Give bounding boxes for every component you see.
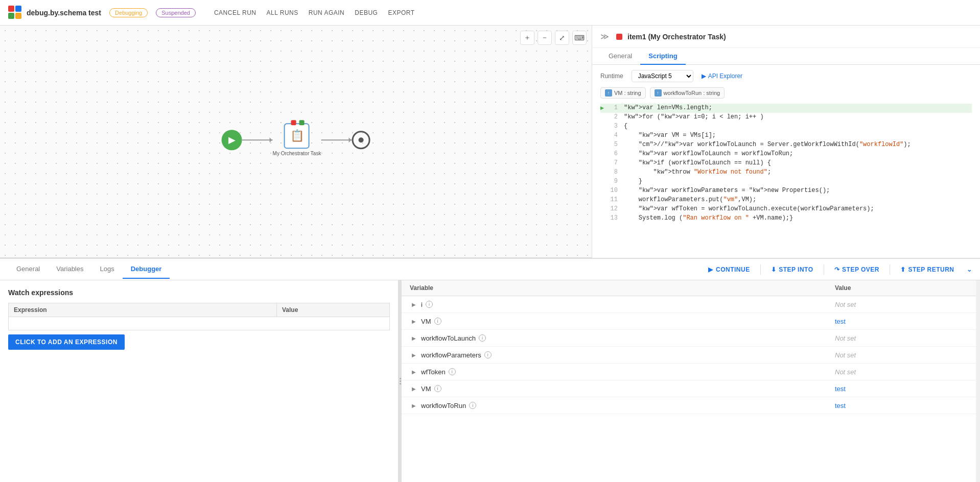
code-line-7: 7 "kw">if (workflowToLaunch == null) {	[600, 159, 972, 168]
var-row[interactable]: ▶wfTokeniNot set	[402, 364, 976, 380]
code-line-2: 2"kw">for ("kw">var i=0; i < len; i++ )	[600, 113, 972, 122]
var-expand-icon[interactable]: ▶	[410, 317, 418, 325]
bottom-tab-variables[interactable]: Variables	[48, 260, 91, 279]
cancel-run-link[interactable]: CANCEL RUN	[214, 9, 256, 16]
line-code-6: "kw">var workflowToLaunch = workflowToRu…	[624, 150, 972, 157]
var-expand-icon[interactable]: ▶	[410, 368, 418, 376]
action-separator-2	[824, 264, 824, 275]
action-separator-3	[890, 264, 890, 275]
scrollbar-track[interactable]	[976, 280, 980, 482]
var-name-label: VMi	[421, 318, 835, 325]
debug-link[interactable]: DEBUG	[355, 9, 378, 16]
param-tag-workflow[interactable]: ↑ workflowToRun : string	[650, 87, 725, 99]
tab-scripting[interactable]: Scripting	[640, 48, 685, 65]
end-icon	[352, 131, 370, 149]
var-info-icon[interactable]: i	[434, 385, 441, 392]
run-again-link[interactable]: RUN AGAIN	[309, 9, 345, 16]
fit-button[interactable]: ⤢	[555, 31, 569, 45]
var-info-icon[interactable]: i	[426, 301, 433, 308]
var-info-icon[interactable]: i	[434, 318, 441, 325]
panel-title: item1 (My Orchestrator Task)	[627, 33, 726, 41]
var-expand-icon[interactable]: ▶	[410, 351, 418, 359]
line-num-5: 5	[609, 141, 624, 148]
svg-rect-0	[8, 6, 14, 12]
code-editor[interactable]: ▶1"kw">var len=VMs.length;2"kw">for ("kw…	[600, 104, 972, 223]
bottom-tabs: General Variables Logs Debugger	[8, 260, 170, 279]
logo-icon	[8, 6, 22, 20]
task-badge-red	[291, 120, 296, 125]
zoom-out-button[interactable]: －	[538, 31, 552, 45]
bottom-content: Watch expressions Expression Value CLICK…	[0, 280, 980, 482]
tab-general[interactable]: General	[600, 48, 640, 65]
export-link[interactable]: EXPORT	[388, 9, 414, 16]
step-return-button[interactable]: ⬆ STEP RETURN	[900, 266, 954, 273]
code-line-3: 3{	[600, 122, 972, 131]
main-container: ＋ － ⤢ ⌨ ▶	[0, 26, 980, 482]
line-num-8: 8	[609, 168, 624, 176]
api-explorer-button[interactable]: ▶ API Explorer	[702, 73, 742, 80]
line-code-8: "kw">throw "Workflow not found";	[624, 168, 972, 176]
canvas-area[interactable]: ＋ － ⤢ ⌨ ▶	[0, 26, 592, 258]
bottom-tab-general[interactable]: General	[8, 260, 48, 279]
var-expand-icon[interactable]: ▶	[410, 300, 418, 308]
step-into-button[interactable]: ⬇ STEP INTO	[771, 266, 813, 273]
zoom-in-button[interactable]: ＋	[520, 31, 534, 45]
action-separator-1	[760, 264, 761, 275]
more-actions-button[interactable]: ⌄	[967, 266, 972, 273]
var-expand-icon[interactable]: ▶	[410, 401, 418, 409]
continue-button[interactable]: ▶ CONTINUE	[708, 266, 750, 273]
panel-tabs: General Scripting	[592, 48, 980, 65]
step-into-icon: ⬇	[771, 266, 777, 273]
step-over-button[interactable]: ↷ STEP OVER	[834, 266, 879, 273]
var-expand-icon[interactable]: ▶	[410, 384, 418, 393]
param-tag-vm[interactable]: ↑ VM : string	[600, 87, 646, 99]
start-node[interactable]: ▶	[222, 130, 242, 150]
var-expand-icon[interactable]: ▶	[410, 334, 418, 342]
line-code-3: {	[624, 123, 972, 130]
line-code-10: "kw">var workflowParameters = "kw">new P…	[624, 187, 972, 194]
code-line-5: 5 "cm">//"kw">var workflowToLaunch = Ser…	[600, 140, 972, 150]
var-value-label: Not set	[835, 334, 968, 342]
var-row[interactable]: ▶iiNot set	[402, 296, 976, 313]
bottom-tab-debugger[interactable]: Debugger	[123, 260, 170, 279]
param-vm-icon: ↑	[605, 89, 612, 97]
zoom-out-icon: －	[541, 33, 548, 42]
add-expression-button[interactable]: CLICK TO ADD AN EXPRESSION	[8, 334, 125, 350]
var-name-label: workflowToRuni	[421, 402, 835, 409]
task-badge-green	[299, 120, 305, 125]
task-icon: 📋	[290, 129, 304, 142]
canvas-toolbar: ＋ － ⤢ ⌨	[520, 31, 587, 45]
param-tags: ↑ VM : string ↑ workflowToRun : string	[600, 87, 972, 99]
resize-dots	[400, 378, 401, 384]
var-row[interactable]: ▶VMitest	[402, 380, 976, 397]
all-runs-link[interactable]: ALL RUNS	[266, 9, 298, 16]
start-icon: ▶	[222, 130, 242, 150]
panel-collapse-button[interactable]: ≫	[600, 32, 609, 41]
var-info-icon[interactable]: i	[449, 368, 456, 375]
line-code-5: "cm">//"kw">var workflowToLaunch = Serve…	[624, 141, 972, 148]
top-section: ＋ － ⤢ ⌨ ▶	[0, 26, 980, 258]
var-row[interactable]: ▶workflowToRunitest	[402, 397, 976, 414]
code-line-8: 8 "kw">throw "Workflow not found";	[600, 168, 972, 177]
task-node[interactable]: 📋 My Orchestrator Task	[273, 123, 321, 156]
var-row[interactable]: ▶workflowToLaunchiNot set	[402, 330, 976, 347]
fit-icon: ⤢	[559, 34, 565, 42]
code-line-9: 9 }	[600, 177, 972, 186]
chevron-right-icon: ▶	[702, 73, 706, 80]
var-info-icon[interactable]: i	[469, 402, 476, 409]
var-info-icon[interactable]: i	[484, 351, 492, 358]
line-num-4: 4	[609, 132, 624, 139]
bottom-section: General Variables Logs Debugger ▶ CONTIN…	[0, 258, 980, 482]
end-node[interactable]	[352, 131, 370, 149]
var-info-icon[interactable]: i	[479, 334, 486, 342]
var-rows-container: ▶iiNot set▶VMitest▶workflowToLaunchiNot …	[402, 296, 976, 414]
task-label: My Orchestrator Task	[273, 151, 321, 156]
var-row[interactable]: ▶workflowParametersiNot set	[402, 347, 976, 364]
svg-rect-1	[15, 6, 21, 12]
runtime-select[interactable]: JavaScript 5	[632, 70, 693, 82]
var-row[interactable]: ▶VMitest	[402, 313, 976, 330]
var-name-label: wfTokeni	[421, 368, 835, 376]
panel-title-dot	[616, 34, 622, 40]
bottom-tab-logs[interactable]: Logs	[91, 260, 122, 279]
keyboard-button[interactable]: ⌨	[572, 31, 587, 45]
